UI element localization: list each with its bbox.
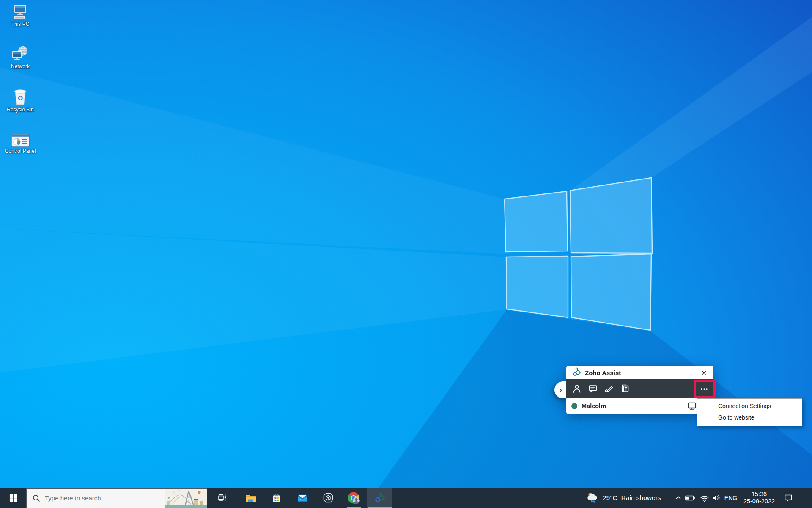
- weather-rain-icon: [586, 491, 599, 504]
- clock-date: 25-08-2022: [743, 498, 775, 505]
- participant-name: Malcolm: [582, 403, 606, 409]
- taskbar-search-box[interactable]: [26, 488, 207, 508]
- windows-start-icon: [9, 494, 17, 502]
- desktop-icon-label: Recycle Bin: [2, 107, 39, 113]
- zoho-title-bar[interactable]: Zoho Assist ✕: [566, 366, 713, 379]
- search-icon: [32, 494, 41, 502]
- desktop-screen: This PC Network ♻ Recycle Bin: [0, 0, 812, 508]
- taskbar-clock[interactable]: 15:36 25-08-2022: [739, 488, 779, 508]
- taskbar-icon-chrome[interactable]: [341, 488, 367, 508]
- more-button[interactable]: •••: [701, 386, 709, 392]
- tray-volume-indicator[interactable]: [710, 488, 722, 508]
- taskbar-icon-mail[interactable]: [289, 488, 315, 508]
- monitor-icon: [687, 402, 697, 410]
- task-view-icon: [217, 492, 228, 503]
- clock-time: 15:36: [752, 491, 767, 498]
- desktop-icon-this-pc[interactable]: This PC: [2, 3, 39, 27]
- taskbar-icon-3d-viewer[interactable]: [315, 488, 341, 508]
- desktop-icon-control-panel[interactable]: Control Panel: [2, 134, 39, 154]
- taskbar: 29°C Rain showers: [0, 488, 812, 508]
- taskbar-weather-widget[interactable]: 29°C Rain showers: [584, 488, 663, 508]
- desktop-icon-recycle-bin[interactable]: ♻ Recycle Bin: [2, 87, 39, 113]
- zoho-assist-taskbar-icon: [373, 492, 386, 504]
- control-panel-icon: [11, 134, 30, 147]
- taskbar-icon-microsoft-store[interactable]: [263, 488, 289, 508]
- action-center-button[interactable]: [781, 488, 796, 508]
- mail-icon: [296, 492, 309, 504]
- annotate-button[interactable]: [604, 384, 614, 394]
- zoho-toolbar: •••: [566, 379, 713, 398]
- desktop-icon-network[interactable]: Network: [2, 45, 39, 69]
- desktop-wallpaper: [0, 0, 812, 508]
- recycle-bin-icon: ♻: [13, 87, 28, 106]
- participants-button[interactable]: [572, 384, 582, 394]
- language-indicator[interactable]: ENG: [722, 488, 739, 508]
- menu-gutter-divider: [714, 399, 714, 426]
- taskbar-icon-file-explorer[interactable]: [238, 488, 263, 508]
- task-view-button[interactable]: [212, 488, 233, 508]
- zoho-assist-window: › Zoho Assist ✕: [566, 366, 713, 414]
- participant-row[interactable]: Malcolm: [566, 398, 713, 414]
- battery-icon: [685, 495, 695, 501]
- highlight-box-annotation: •••: [694, 380, 716, 398]
- this-pc-icon: [12, 3, 29, 20]
- menu-item-connection-settings[interactable]: Connection Settings: [697, 400, 802, 412]
- bing-daily-illustration[interactable]: [165, 489, 207, 508]
- copy-session-button[interactable]: [620, 384, 630, 394]
- zoho-assist-logo-icon: [571, 367, 582, 378]
- weather-condition: Rain showers: [621, 494, 661, 502]
- show-desktop-button[interactable]: [809, 488, 812, 508]
- menu-item-go-to-website[interactable]: Go to website: [697, 412, 802, 423]
- 3d-viewer-icon: [322, 492, 334, 504]
- file-explorer-icon: [244, 492, 257, 504]
- chrome-icon: [347, 491, 360, 505]
- status-dot: [571, 403, 577, 409]
- desktop-icon-label: This PC: [2, 22, 39, 27]
- weather-temp: 29°C: [603, 494, 617, 502]
- speaker-icon: [712, 494, 721, 502]
- svg-text:♻: ♻: [17, 94, 23, 102]
- start-button[interactable]: [0, 488, 26, 508]
- microsoft-store-icon: [270, 492, 283, 504]
- chevron-right-icon: ›: [560, 385, 562, 395]
- wifi-icon: [700, 494, 709, 502]
- window-title: Zoho Assist: [585, 369, 621, 376]
- action-center-icon: [784, 493, 793, 502]
- chevron-up-icon: [675, 494, 682, 502]
- tray-battery-indicator[interactable]: [684, 488, 696, 508]
- more-options-menu: Connection Settings Go to website: [697, 398, 802, 426]
- chat-button[interactable]: [588, 384, 598, 394]
- close-button[interactable]: ✕: [700, 369, 708, 377]
- tray-chevron-up-button[interactable]: [672, 488, 684, 508]
- desktop-icon-label: Control Panel: [2, 149, 39, 154]
- tray-wifi-indicator[interactable]: [699, 488, 710, 508]
- network-icon: [11, 45, 29, 63]
- desktop-icon-label: Network: [2, 64, 39, 69]
- taskbar-icon-zoho-assist[interactable]: [367, 488, 392, 508]
